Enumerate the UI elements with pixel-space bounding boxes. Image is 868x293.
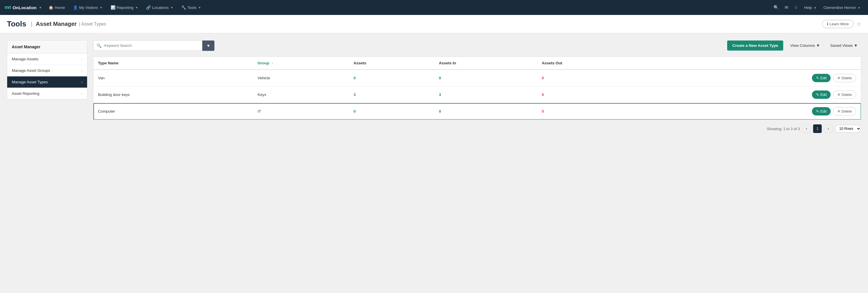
cell-assets-in: 0 xyxy=(434,103,537,120)
col-assets-out: Assets Out xyxy=(537,57,653,70)
help-nav-button[interactable]: Help ▼ xyxy=(801,4,819,11)
pagination-bar: Showing: 1 to 3 of 3 ‹ 1 › 10 Rows 25 Ro… xyxy=(93,124,861,133)
locations-icon: 🔗 xyxy=(146,5,151,10)
nav-home[interactable]: 🏠 Home xyxy=(45,3,68,11)
home-icon: 🏠 xyxy=(49,5,54,10)
sidebar-header: Asset Manager xyxy=(7,40,87,54)
nav-tools-label: Tools xyxy=(187,5,196,10)
col-group[interactable]: Group ↑ xyxy=(253,57,349,70)
section-title: Tools xyxy=(7,20,26,28)
cell-assets: 0 xyxy=(349,69,434,87)
create-asset-type-label: Create a New Asset Type xyxy=(732,43,778,48)
chevron-right-icon: › xyxy=(81,80,83,84)
next-page-button[interactable]: › xyxy=(824,124,833,133)
visitors-dropdown-arrow: ▼ xyxy=(100,6,103,9)
delete-label: Delete xyxy=(842,76,852,80)
edit-button[interactable]: ✎ Edit xyxy=(812,91,831,99)
sidebar-manage-types-label: Manage Asset Types xyxy=(12,80,48,84)
main-layout: Asset Manager Manage Assets › Manage Ass… xyxy=(0,33,868,292)
sidebar-item-asset-reporting[interactable]: Asset Reporting › xyxy=(7,88,87,99)
cell-actions: ✎ Edit ✕ Delete xyxy=(653,69,861,87)
delete-label: Delete xyxy=(842,109,852,113)
chevron-right-icon: › xyxy=(81,92,83,95)
content-toolbar: 🔍 ▼ Create a New Asset Type View Columns… xyxy=(93,40,861,51)
edit-icon: ✎ xyxy=(816,93,819,97)
col-assets: Assets xyxy=(349,57,434,70)
sidebar-item-manage-asset-groups[interactable]: Manage Asset Groups › xyxy=(7,65,87,76)
prev-page-button[interactable]: ‹ xyxy=(802,124,811,133)
sidebar-item-manage-assets[interactable]: Manage Assets › xyxy=(7,54,87,65)
create-asset-type-button[interactable]: Create a New Asset Type xyxy=(727,40,783,51)
showing-text: Showing: 1 to 3 of 3 xyxy=(767,127,800,131)
delete-icon: ✕ xyxy=(837,93,840,97)
chevron-right-icon: › xyxy=(81,58,83,61)
page-subtitle: | Asset Types xyxy=(79,22,106,27)
view-columns-label: View Columns xyxy=(790,43,815,48)
nav-reporting[interactable]: 📊 Reporting ▼ xyxy=(107,3,142,11)
sidebar-item-manage-asset-types[interactable]: Manage Asset Types › xyxy=(7,76,87,88)
brand-dropdown-arrow: ▼ xyxy=(39,6,42,9)
rows-per-page-select[interactable]: 10 Rows 25 Rows 50 Rows xyxy=(835,125,861,132)
learn-more-button[interactable]: ℹ Learn More xyxy=(822,20,854,28)
top-navigation: mri OnLocation ▼ 🏠 Home 👤 My Visitors ▼ … xyxy=(0,0,868,15)
nav-my-visitors[interactable]: 👤 My Visitors ▼ xyxy=(69,3,106,11)
favorite-button[interactable]: ☆ xyxy=(857,21,861,27)
cell-assets-out: 0 xyxy=(537,69,653,87)
chevron-right-icon: › xyxy=(81,69,83,72)
cell-type-name: Van xyxy=(93,69,253,87)
user-menu-button[interactable]: Clementine Herron ▼ xyxy=(820,4,863,11)
tools-dropdown-arrow: ▼ xyxy=(198,6,201,9)
nav-locations[interactable]: 🔗 Locations ▼ xyxy=(143,3,177,11)
table-row: Van Vehicle 0 0 0 ✎ Edit ✕ Delete xyxy=(93,69,861,87)
saved-views-button[interactable]: Saved Views ▼ xyxy=(827,41,861,50)
favorites-nav-button[interactable]: ☆ xyxy=(792,3,800,12)
info-icon: ℹ xyxy=(827,22,828,26)
nav-visitors-label: My Visitors xyxy=(79,5,98,10)
cell-type-name: Computer xyxy=(93,103,253,120)
delete-button[interactable]: ✕ Delete xyxy=(833,107,856,116)
filter-icon: ▼ xyxy=(206,43,210,48)
col-assets-in: Assets In xyxy=(434,57,537,70)
edit-button[interactable]: ✎ Edit xyxy=(812,74,831,82)
view-columns-button[interactable]: View Columns ▼ xyxy=(787,41,823,50)
cell-type-name: Building door keys xyxy=(93,87,253,103)
search-icon: 🔍 xyxy=(97,43,101,48)
delete-label: Delete xyxy=(842,93,852,97)
cell-assets-in: 0 xyxy=(434,69,537,87)
nav-tools[interactable]: 🔧 Tools ▼ xyxy=(178,3,204,11)
cell-actions: ✎ Edit ✕ Delete xyxy=(653,103,861,120)
edit-button[interactable]: ✎ Edit xyxy=(812,107,831,116)
sidebar-asset-reporting-label: Asset Reporting xyxy=(12,91,39,96)
keyword-search-input[interactable] xyxy=(93,40,202,51)
delete-button[interactable]: ✕ Delete xyxy=(833,74,856,82)
app-name: OnLocation xyxy=(13,5,36,10)
filter-button[interactable]: ▼ xyxy=(202,40,214,51)
sort-asc-icon: ↑ xyxy=(272,62,273,65)
help-label: Help xyxy=(804,5,812,10)
edit-label: Edit xyxy=(820,76,827,80)
nav-locations-label: Locations xyxy=(152,5,169,10)
delete-icon: ✕ xyxy=(837,109,840,113)
cell-group: Keys xyxy=(253,87,349,103)
asset-types-table: Type Name Group ↑ Assets Assets In Asset… xyxy=(93,57,861,120)
col-type-name: Type Name xyxy=(93,57,253,70)
sidebar-manage-groups-label: Manage Asset Groups xyxy=(12,68,50,73)
saved-views-dropdown-icon: ▼ xyxy=(854,43,858,48)
help-dropdown-arrow: ▼ xyxy=(814,6,816,9)
tools-icon: 🔧 xyxy=(181,5,186,10)
header-divider: | xyxy=(31,21,32,27)
nav-reporting-label: Reporting xyxy=(117,5,134,10)
edit-icon: ✎ xyxy=(816,76,819,80)
cell-assets: 0 xyxy=(349,103,434,120)
page-1-button[interactable]: 1 xyxy=(813,124,822,133)
visitors-icon: 👤 xyxy=(73,5,78,10)
brand-logo[interactable]: mri OnLocation ▼ xyxy=(5,5,42,10)
delete-button[interactable]: ✕ Delete xyxy=(833,91,856,99)
user-dropdown-arrow: ▼ xyxy=(858,6,861,9)
reporting-icon: 📊 xyxy=(111,5,116,10)
sidebar-manage-assets-label: Manage Assets xyxy=(12,57,38,61)
search-nav-button[interactable]: 🔍 xyxy=(771,3,781,12)
cell-assets: 3 xyxy=(349,87,434,103)
cell-actions: ✎ Edit ✕ Delete xyxy=(653,87,861,103)
messages-nav-button[interactable]: ✉ xyxy=(782,3,791,12)
